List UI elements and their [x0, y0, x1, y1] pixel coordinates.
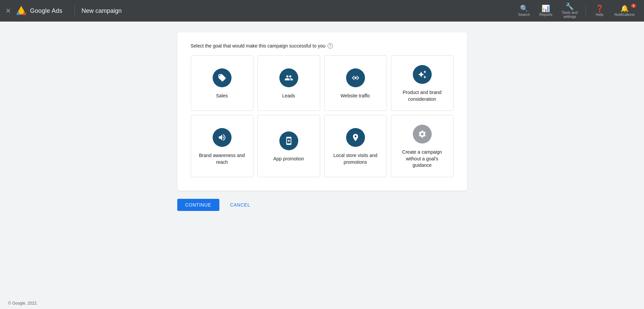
no-goal-icon [418, 130, 427, 138]
notification-badge: 1 [631, 4, 636, 8]
page-title: New campaign [82, 7, 122, 14]
notifications-action[interactable]: 🔔 1 Notifications [610, 3, 639, 19]
goal-item-leads[interactable]: Leads [257, 55, 320, 111]
tools-action[interactable]: 🔧 Tools and settings [558, 1, 582, 21]
actions-divider [586, 5, 586, 16]
footer: © Google, 2022. [0, 298, 644, 309]
help-label: Help [596, 12, 604, 17]
search-action[interactable]: 🔍 Search [514, 3, 534, 19]
main-content: Select the goal that would make this cam… [0, 0, 644, 309]
goal-item-app-promotion[interactable]: App promotion [257, 115, 320, 177]
continue-button[interactable]: CONTINUE [177, 199, 219, 211]
search-label: Search [518, 12, 530, 17]
website-traffic-icon-circle [346, 68, 365, 87]
cancel-button[interactable]: CANCEL [225, 199, 256, 211]
sales-label: Sales [216, 93, 228, 99]
close-icon[interactable]: ✕ [5, 7, 11, 14]
svg-marker-4 [19, 6, 24, 11]
goal-item-brand-awareness[interactable]: Brand awareness and reach [191, 115, 253, 177]
app-promotion-icon [284, 136, 293, 145]
tools-label: Tools and settings [562, 10, 578, 19]
goal-item-product-brand[interactable]: Product and brand consideration [391, 55, 454, 111]
leads-label: Leads [282, 93, 295, 99]
brand-name: Google Ads [30, 7, 62, 14]
brand-awareness-icon-circle [213, 128, 232, 147]
campaign-goal-card: Select the goal that would make this cam… [177, 32, 467, 191]
sales-icon-circle [213, 68, 232, 87]
product-brand-icon [418, 70, 427, 79]
app-promotion-label: App promotion [273, 156, 304, 162]
logo-icon [15, 5, 27, 17]
help-tooltip-icon[interactable]: ? [328, 43, 333, 49]
goal-item-no-goal[interactable]: Create a campaign without a goal's guida… [391, 115, 454, 177]
leads-icon [284, 73, 293, 82]
search-icon: 🔍 [520, 5, 528, 12]
google-ads-logo: Google Ads [15, 5, 62, 17]
website-traffic-label: Website traffic [340, 93, 370, 99]
copyright-text: © Google, 2022. [8, 301, 38, 306]
brand-awareness-label: Brand awareness and reach [196, 152, 248, 165]
help-action[interactable]: ❓ Help [590, 3, 609, 19]
svg-point-6 [354, 77, 357, 79]
notifications-label: Notifications [614, 12, 635, 17]
brand-awareness-icon [218, 133, 226, 142]
website-traffic-icon [351, 73, 360, 82]
reports-action[interactable]: 📊 Reports [535, 3, 556, 19]
goal-item-sales[interactable]: Sales [191, 55, 253, 111]
goal-grid: Sales Leads [191, 55, 454, 177]
tools-icon: 🔧 [565, 3, 574, 10]
sales-icon [218, 73, 226, 82]
goal-item-local-store[interactable]: Local store visits and promotions [324, 115, 387, 177]
no-goal-label: Create a campaign without a goal's guida… [397, 149, 448, 169]
app-promotion-icon-circle [279, 131, 298, 150]
leads-icon-circle [279, 68, 298, 87]
help-icon: ❓ [595, 5, 604, 12]
card-instruction: Select the goal that would make this cam… [191, 43, 454, 49]
local-store-label: Local store visits and promotions [330, 152, 381, 165]
reports-label: Reports [539, 12, 552, 17]
notifications-icon: 🔔 [620, 5, 629, 12]
instruction-text: Select the goal that would make this cam… [191, 43, 326, 49]
nav-divider [74, 5, 75, 16]
no-goal-icon-circle [413, 125, 432, 144]
top-navigation: ✕ Google Ads New campaign 🔍 Search 📊 Rep… [0, 0, 644, 22]
product-brand-icon-circle [413, 65, 432, 84]
goal-item-website-traffic[interactable]: Website traffic [324, 55, 387, 111]
actions-row: CONTINUE CANCEL [177, 199, 467, 211]
nav-actions: 🔍 Search 📊 Reports 🔧 Tools and settings … [514, 1, 639, 21]
product-brand-label: Product and brand consideration [397, 89, 448, 102]
local-store-icon [351, 133, 360, 142]
local-store-icon-circle [346, 128, 365, 147]
reports-icon: 📊 [542, 5, 550, 12]
